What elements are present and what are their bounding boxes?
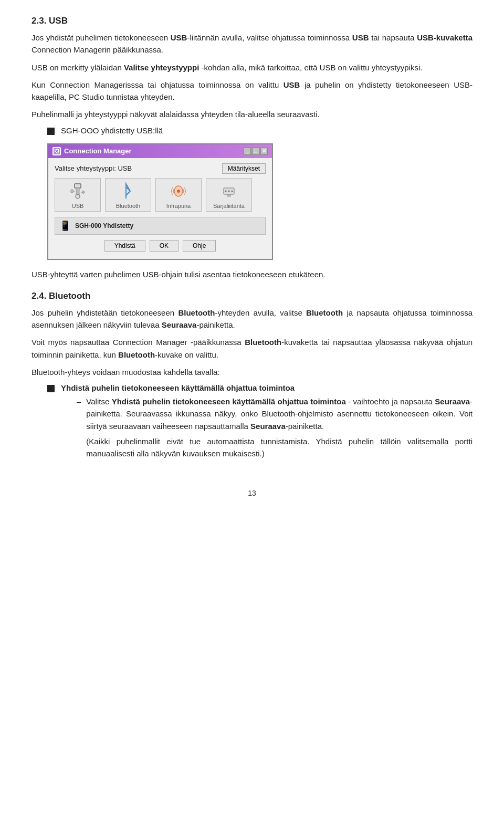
sub-bullet1-text: Valitse Yhdistä puhelin tietokoneeseen k… [86,395,472,465]
usb-para2: USB on merkitty ylälaidan Valitse yhteys… [32,61,472,74]
dialog-icon-infrapuna[interactable]: Infrapuna [155,178,202,212]
bullet-square-icon [47,128,55,135]
dialog-usb-label: USB [72,203,84,209]
bluetooth-bullet1: Yhdistä puhelin tietokoneeseen käyttämäl… [47,383,472,468]
svg-point-14 [225,190,227,192]
bluetooth-bullet-list: Yhdistä puhelin tietokoneeseen käyttämäl… [47,383,472,468]
section-usb: 2.3. USB Jos yhdistät puhelimen tietokon… [32,16,472,280]
bluetooth-bullet1-content: Yhdistä puhelin tietokoneeseen käyttämäl… [61,383,472,468]
usb-para5: USB-yhteyttä varten puhelimen USB-ohjain… [32,268,472,280]
svg-rect-3 [75,184,81,188]
usb-para3: Kun Connection Managerisssa tai ohjatuss… [32,79,472,103]
svg-rect-7 [71,190,73,193]
dialog-maximize-btn[interactable]: □ [252,148,259,155]
dialog-valitse-label: Valitse yhteystyyppi: USB [55,164,132,172]
svg-point-12 [177,190,180,193]
usb-para4: Puhelinmalli ja yhteystyyppi näkyvät ala… [32,108,472,120]
usb-bullet-list: SGH-OOO yhdistetty USB:llä [47,126,472,135]
dialog-icon-sarjaliitanta[interactable]: Sarjaliiitäntä [206,178,252,212]
section-usb-title: 2.3. USB [32,16,472,26]
svg-point-5 [76,194,80,198]
bluetooth-para3: Bluetooth-yhteys voidaan muodostaa kahde… [32,366,472,378]
dialog-footer: Yhdistä OK Ohje [55,240,266,254]
dialog-icon-usb[interactable]: USB [55,178,101,212]
dialog-title-label: Connection Manager [64,147,132,155]
dialog-maaritykset-button[interactable]: Määritykset [222,163,266,174]
bluetooth-para2: Voit myös napsauttaa Connection Manager … [32,336,472,361]
connection-manager-dialog-wrapper: Connection Manager _ □ ✕ Valitse yhteyst… [47,143,472,260]
dialog-titlebar: Connection Manager _ □ ✕ [48,144,272,158]
usb-para1: Jos yhdistät puhelimen tietokoneeseen US… [32,32,472,56]
dialog-icons-row: USB Bluetooth [55,178,266,212]
svg-marker-9 [83,191,85,194]
dialog-close-area: _ □ ✕ [244,148,268,155]
dialog-titlebar-icon [52,147,61,155]
usb-bullet-sgh: SGH-OOO yhdistetty USB:llä [47,126,472,135]
bluetooth-bullet1-label: Yhdistä puhelin tietokoneeseen käyttämäl… [61,383,295,392]
dialog-device-row: 📱 SGH-000 Yhdistetty [55,217,266,235]
section-bluetooth: 2.4. Bluetooth Jos puhelin yhdistetään t… [32,291,472,468]
dialog-bluetooth-label: Bluetooth [116,203,140,209]
sub-bullet1-note: (Kaikki puhelinmallit eivät tue automaat… [86,435,472,460]
sub-bullet-dash: – [77,395,81,408]
svg-point-15 [228,190,230,192]
dialog-infrapuna-label: Infrapuna [166,203,191,209]
bullet-square-bt-icon [47,385,55,392]
sub-bullet-list: – Valitse Yhdistä puhelin tietokoneeseen… [77,395,472,465]
svg-point-16 [232,190,233,192]
svg-rect-17 [227,194,230,196]
bluetooth-para1: Jos puhelin yhdistetään tietokoneeseen B… [32,307,472,331]
connection-manager-dialog: Connection Manager _ □ ✕ Valitse yhteyst… [47,143,273,260]
dialog-icon-bluetooth[interactable]: Bluetooth [105,178,151,212]
dialog-close-btn[interactable]: ✕ [260,148,268,155]
dialog-row-label: Valitse yhteystyyppi: USB Määritykset [55,163,266,174]
page-number: 13 [32,489,472,497]
dialog-body: Valitse yhteystyyppi: USB Määritykset [48,158,272,259]
section-bluetooth-title: 2.4. Bluetooth [32,291,472,301]
sub-bullet1: – Valitse Yhdistä puhelin tietokoneeseen… [77,395,472,465]
dialog-device-label: SGH-000 Yhdistetty [75,222,133,229]
dialog-ohje-button[interactable]: Ohje [183,240,216,252]
dialog-titlebar-left: Connection Manager [52,147,132,155]
dialog-minimize-btn[interactable]: _ [244,148,251,155]
usb-bullet-sgh-label: SGH-OOO yhdistetty USB:llä [61,126,163,135]
dialog-sarjaliitanta-label: Sarjaliiitäntä [213,203,245,209]
dialog-yhdista-button[interactable]: Yhdistä [104,240,145,252]
dialog-ok-button[interactable]: OK [150,240,178,252]
dialog-device-icon: 📱 [59,220,71,232]
